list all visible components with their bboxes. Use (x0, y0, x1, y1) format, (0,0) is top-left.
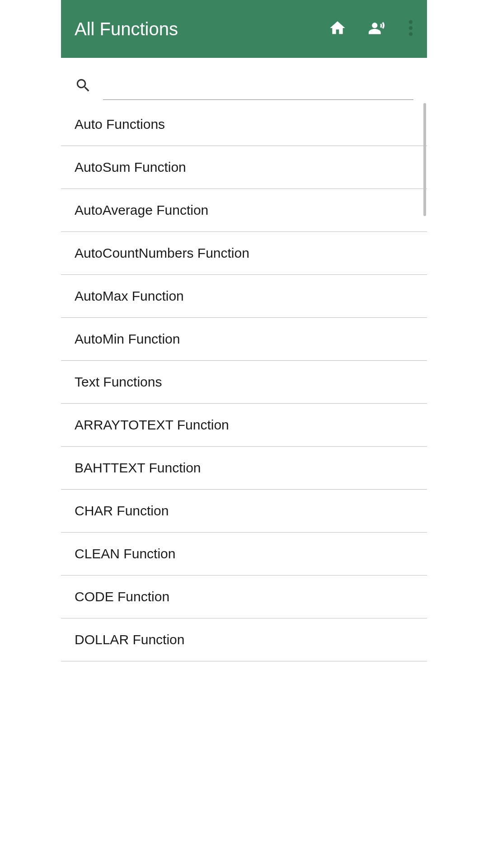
list-item-label: CLEAN Function (75, 546, 175, 561)
list-item[interactable]: AutoAverage Function (61, 189, 427, 232)
page-title: All Functions (75, 19, 178, 39)
list-item[interactable]: CHAR Function (61, 490, 427, 533)
list-item[interactable]: AutoCountNumbers Function (61, 232, 427, 275)
more-icon[interactable] (408, 19, 413, 39)
search-bar (61, 58, 427, 103)
functions-list: Auto Functions AutoSum Function AutoAver… (61, 103, 427, 661)
app-header: All Functions (61, 0, 427, 58)
list-item-label: AutoMin Function (75, 331, 180, 346)
search-input[interactable] (103, 73, 413, 100)
list-item-label: AutoSum Function (75, 160, 186, 175)
list-item-label: CODE Function (75, 589, 169, 604)
svg-point-3 (409, 32, 413, 36)
list-item[interactable]: Text Functions (61, 361, 427, 404)
list-item[interactable]: DOLLAR Function (61, 618, 427, 661)
list-item[interactable]: CLEAN Function (61, 533, 427, 576)
list-item-label: BAHTTEXT Function (75, 460, 201, 475)
list-item[interactable]: CODE Function (61, 576, 427, 618)
app-container: All Functions (61, 0, 427, 868)
list-item-label: ARRAYTOTEXT Function (75, 417, 229, 432)
svg-point-1 (409, 20, 413, 24)
header-actions (328, 18, 413, 40)
list-item-label: Auto Functions (75, 117, 165, 132)
voice-person-icon[interactable] (367, 18, 388, 40)
scroll-indicator[interactable] (423, 103, 426, 216)
list-item[interactable]: ARRAYTOTEXT Function (61, 404, 427, 447)
list-item[interactable]: AutoMin Function (61, 318, 427, 361)
svg-point-0 (372, 23, 377, 28)
list-item[interactable]: Auto Functions (61, 103, 427, 146)
list-item-label: AutoMax Function (75, 288, 184, 303)
home-icon[interactable] (328, 19, 347, 39)
list-item[interactable]: AutoMax Function (61, 275, 427, 318)
list-item[interactable]: BAHTTEXT Function (61, 447, 427, 490)
list-item-label: Text Functions (75, 374, 162, 389)
svg-point-2 (409, 26, 413, 30)
list-item[interactable]: AutoSum Function (61, 146, 427, 189)
list-item-label: AutoCountNumbers Function (75, 245, 249, 260)
list-item-label: CHAR Function (75, 503, 169, 518)
list-item-label: DOLLAR Function (75, 632, 184, 647)
list-item-label: AutoAverage Function (75, 203, 208, 217)
search-icon[interactable] (75, 77, 92, 96)
